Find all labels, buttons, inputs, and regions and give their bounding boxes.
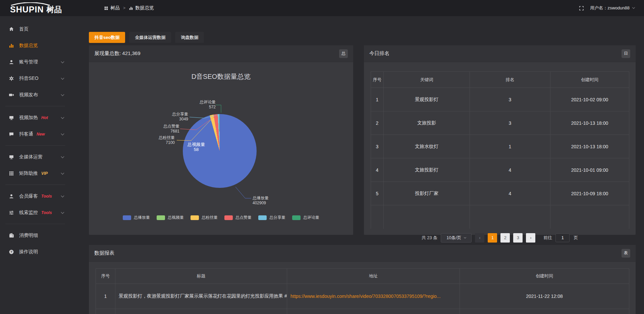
legend-item[interactable]: 总评论量 xyxy=(292,215,319,220)
day-badge-button[interactable]: 日 xyxy=(622,49,630,58)
sidebar-item-media-operation[interactable]: 全媒体运营 xyxy=(0,149,70,165)
table-cell: 文旅水纹灯 xyxy=(384,135,470,158)
table-row: 2文旅投影32021-10-13 18:00 xyxy=(371,111,629,135)
report-link[interactable]: https://www.iesdouyin.com/share/video/70… xyxy=(287,284,460,309)
sidebar-item-consumption-detail[interactable]: 消费明细 xyxy=(0,227,70,244)
legend-item[interactable]: 总点赞量 xyxy=(224,215,252,220)
table-cell: 景观投影灯，夜游景观投影灯厂家展示展示落花灯在花园里的灯光投影应用效果 # xyxy=(115,284,287,309)
sidebar-item-clue-monitor[interactable]: 线索监控Tools xyxy=(0,204,70,221)
sidebar-item-badge: New xyxy=(37,132,45,137)
page-size-select[interactable]: 10条/页 xyxy=(441,233,472,243)
report-panel-header: 数据报表 表 xyxy=(89,245,636,262)
prev-page-button[interactable]: ‹ xyxy=(475,233,484,243)
topbar-right: 用户名：zswodun88 xyxy=(579,5,635,11)
column-header: 标题 xyxy=(115,269,287,284)
page-button-3[interactable]: 3 xyxy=(513,233,523,243)
table-cell: 2021-10-13 18:00 xyxy=(550,135,629,158)
sidebar-divider xyxy=(5,106,65,106)
chart-title: D音SEO数据量总览 xyxy=(89,62,353,81)
sidebar-item-member-tools[interactable]: 会员爆客Tools xyxy=(0,188,70,204)
sidebar-item-douyin-seo[interactable]: 抖音SEO xyxy=(0,70,70,87)
tab-media-operation-data[interactable]: 全媒体运营数据 xyxy=(129,32,171,43)
pie-label: 总粉丝量7100 xyxy=(159,135,175,145)
table-row-partial xyxy=(96,309,629,314)
sidebar-item-label: 操作说明 xyxy=(19,249,38,255)
pagination-total: 共 23 条 xyxy=(422,235,438,241)
sidebar-item-video-heat[interactable]: 视频加热Hot xyxy=(0,109,70,126)
table-cell: 2021-10-13 18:00 xyxy=(550,111,629,135)
legend-swatch xyxy=(258,215,267,220)
sidebar-item-instructions[interactable]: ?操作说明 xyxy=(0,244,70,260)
table-cell: 2021-10-02 09:00 xyxy=(550,88,629,111)
data-tabs: 抖音seo数据全媒体运营数据询盘数据 xyxy=(89,32,636,43)
breadcrumb-separator: > xyxy=(123,6,125,10)
total-badge-button[interactable]: 总 xyxy=(339,49,348,58)
user-icon xyxy=(9,194,15,199)
breadcrumb-root[interactable]: 树品 xyxy=(104,5,120,11)
table-badge-button[interactable]: 表 xyxy=(622,249,630,258)
table-cell: 1 xyxy=(96,284,115,309)
sidebar-item-badge: Tools xyxy=(41,210,52,215)
sidebar-item-label: 抖音SEO xyxy=(19,75,39,82)
legend-label: 总点赞量 xyxy=(235,215,252,220)
goto-label: 前往 xyxy=(543,235,552,241)
page-button-2[interactable]: 2 xyxy=(500,233,510,243)
legend-swatch xyxy=(123,215,131,220)
legend-swatch xyxy=(191,215,199,220)
sidebar: 首页数据总览账号管理抖音SEO视频发布视频加热Hot抖客通New全媒体运营矩阵助… xyxy=(0,16,70,314)
chevron-down-icon xyxy=(61,115,64,119)
app: SHUPIN 树品 树品 > 数据总览 用户名：zswodun88 首页数据总览… xyxy=(0,0,644,314)
sidebar-item-video-publish[interactable]: 视频发布 xyxy=(0,87,70,103)
fullscreen-icon[interactable] xyxy=(579,6,584,11)
table-cell: 3 xyxy=(371,135,384,158)
legend-item[interactable]: 总分享量 xyxy=(258,215,285,220)
sidebar-divider xyxy=(5,145,65,146)
user-menu[interactable]: 用户名：zswodun88 xyxy=(590,5,635,11)
chat-icon xyxy=(9,132,15,137)
column-header: 序号 xyxy=(371,72,384,88)
chevron-down-icon xyxy=(61,171,64,174)
chevron-down-icon xyxy=(464,236,466,238)
table-cell xyxy=(115,309,287,314)
goto-page-input[interactable] xyxy=(555,233,570,242)
sidebar-item-home[interactable]: 首页 xyxy=(0,21,70,37)
logo-text-cn: 树品 xyxy=(46,5,62,14)
tab-douyin-seo-data[interactable]: 抖音seo数据 xyxy=(89,32,125,43)
sidebar-item-label: 首页 xyxy=(19,26,29,32)
table-cell: 投影灯厂家 xyxy=(384,182,470,205)
ranking-table: 序号关键词排名创建时间1景观投影灯32021-10-02 09:002文旅投影3… xyxy=(371,71,629,229)
gear-icon xyxy=(9,76,15,81)
legend-swatch xyxy=(157,215,165,220)
column-header: 序号 xyxy=(96,269,115,284)
sidebar-item-data-overview[interactable]: 数据总览 xyxy=(0,37,70,54)
grid-icon xyxy=(9,171,15,176)
next-page-button[interactable]: › xyxy=(526,233,535,243)
sidebar-item-douketong[interactable]: 抖客通New xyxy=(0,126,70,142)
pie-chart-area: D音SEO数据量总览 总评论量572总分享量3049总点赞量7681总粉丝量71… xyxy=(89,62,353,234)
table-cell: 文旅投影 xyxy=(384,111,470,135)
breadcrumb-current-label: 数据总览 xyxy=(135,5,154,11)
table-row: 3文旅水纹灯12021-10-13 18:00 xyxy=(371,135,629,158)
sidebar-item-account-management[interactable]: 账号管理 xyxy=(0,54,70,70)
topbar: SHUPIN 树品 树品 > 数据总览 用户名：zswodun88 xyxy=(0,0,644,16)
legend-item[interactable]: 总播放量 xyxy=(123,215,150,220)
sidebar-item-label: 视频发布 xyxy=(19,92,38,98)
page-button-1[interactable]: 1 xyxy=(488,233,497,243)
table-cell: 1 xyxy=(470,135,550,158)
legend-label: 总评论量 xyxy=(303,215,319,220)
chevron-down-icon xyxy=(61,93,64,96)
sidebar-item-matrix-boost[interactable]: 矩阵助推VIP xyxy=(0,165,70,181)
legend-item[interactable]: 总视频量 xyxy=(157,215,184,220)
monitor-icon xyxy=(9,154,15,160)
report-panel: 数据报表 表 序号标题地址创建时间1景观投影灯，夜游景观投影灯厂家展示展示落花灯… xyxy=(89,245,636,314)
sidebar-item-badge: VIP xyxy=(41,171,48,176)
legend-item[interactable]: 总粉丝量 xyxy=(191,215,218,220)
table-row: 1景观投影灯，夜游景观投影灯厂家展示展示落花灯在花园里的灯光投影应用效果 #ht… xyxy=(96,284,629,309)
sidebar-item-label: 账号管理 xyxy=(19,59,38,65)
svg-text:?: ? xyxy=(10,250,12,254)
column-header: 排名 xyxy=(470,72,550,88)
pie-label: 总分享量3049 xyxy=(172,112,188,122)
table-cell: 景观投影灯 xyxy=(384,88,470,111)
question-icon: ? xyxy=(9,249,15,255)
tab-inquiry-data[interactable]: 询盘数据 xyxy=(175,32,204,43)
